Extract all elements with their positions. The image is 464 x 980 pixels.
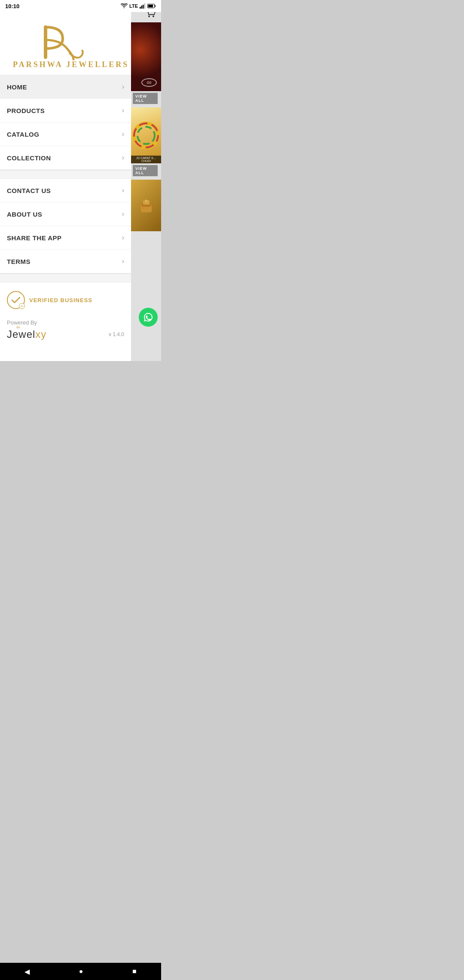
primary-nav: HOME › PRODUCTS › CATALOG › COLLECTION › (0, 75, 131, 170)
chevron-right-icon: › (122, 107, 124, 114)
nav-item-home[interactable]: HOME › (0, 75, 131, 99)
verified-label: VERIFIED BUSINESS (29, 297, 92, 303)
nav-item-products[interactable]: PRODUCTS › (0, 99, 131, 122)
svg-text:PARSHWA JEWELLERS: PARSHWA JEWELLERS (13, 60, 127, 68)
verified-badge: ∞ ∞ VERIFIED BUSINESS (7, 291, 124, 309)
right-panel-background: ∞ VIEW ALL 22 CARAT S... CHUDI VIEW ALL (131, 0, 161, 361)
view-all-button-1[interactable]: VIEW ALL (133, 93, 158, 104)
chevron-right-icon: › (122, 83, 124, 91)
drawer-menu: PARSHWA JEWELLERS HOME › PRODUCTS › CATA… (0, 12, 131, 361)
svg-rect-17 (148, 5, 153, 7)
whatsapp-icon (143, 312, 153, 322)
svg-rect-15 (144, 3, 146, 9)
chevron-right-icon: › (122, 187, 124, 194)
jewelxy-logo-text: Jewelxy (7, 328, 46, 340)
back-button[interactable]: ◀ (24, 968, 30, 976)
status-bar: 10:10 LTE (0, 0, 161, 12)
section-divider (0, 170, 131, 179)
nav-item-contact[interactable]: CONTACT US › (0, 179, 131, 202)
svg-rect-12 (140, 7, 141, 9)
product-label: 22 CARAT S... CHUDI (131, 156, 161, 163)
svg-point-6 (137, 127, 155, 144)
chevron-right-icon: › (122, 210, 124, 218)
infinity-icon-small: ∞ (19, 303, 25, 309)
view-all-container-2: VIEW ALL (131, 163, 161, 180)
chevron-right-icon: › (122, 130, 124, 138)
nav-item-terms[interactable]: TERMS › (0, 250, 131, 273)
jewelxy-logo-area: ∞ Jewelxy v 1.4.0 (7, 328, 124, 340)
time-display: 10:10 (5, 3, 19, 9)
android-nav-bar: ◀ ● ■ (0, 963, 161, 980)
chevron-right-icon: › (122, 257, 124, 265)
home-button[interactable]: ● (79, 968, 83, 975)
ring-product-image (131, 180, 161, 231)
logo-area: PARSHWA JEWELLERS (0, 12, 131, 75)
view-all-button-2[interactable]: VIEW ALL (133, 165, 158, 176)
recents-button[interactable]: ■ (132, 968, 137, 975)
logo-container: PARSHWA JEWELLERS (7, 21, 127, 68)
svg-point-3 (153, 15, 154, 17)
status-icons: LTE (121, 3, 156, 9)
network-label: LTE (129, 3, 138, 9)
nav-item-about[interactable]: ABOUT US › (0, 202, 131, 226)
wifi-icon (121, 3, 128, 9)
powered-by-label: Powered By (7, 319, 124, 326)
bangle-svg (131, 121, 161, 150)
secondary-nav: CONTACT US › ABOUT US › SHARE THE APP › … (0, 179, 131, 274)
svg-point-11 (124, 7, 125, 8)
bangle-product-image: 22 CARAT S... CHUDI (131, 107, 161, 163)
svg-rect-14 (143, 5, 144, 9)
nav-item-catalog[interactable]: CATALOG › (0, 122, 131, 146)
footer-area: ∞ ∞ VERIFIED BUSINESS Powered By ∞ Jewel… (0, 282, 131, 361)
infinity-icon-hero: ∞ (141, 78, 157, 87)
verified-icon: ∞ ∞ (7, 291, 25, 309)
version-label: v 1.4.0 (109, 331, 124, 337)
chevron-right-icon: › (122, 234, 124, 242)
battery-icon (147, 3, 156, 9)
signal-icon (140, 3, 146, 9)
whatsapp-fab-button[interactable] (139, 308, 158, 327)
section-divider-2 (0, 274, 131, 282)
chevron-right-icon: › (122, 154, 124, 162)
svg-rect-13 (141, 6, 143, 9)
infinity-icon-jewelxy: ∞ (16, 324, 20, 330)
nav-item-share[interactable]: SHARE THE APP › (0, 226, 131, 250)
nav-item-collection[interactable]: COLLECTION › (0, 146, 131, 170)
ring-svg (134, 194, 158, 217)
svg-point-2 (148, 15, 150, 17)
svg-text:∞: ∞ (12, 303, 14, 304)
hero-image-area: ∞ (131, 22, 161, 91)
view-all-container-1: VIEW ALL (131, 91, 161, 107)
